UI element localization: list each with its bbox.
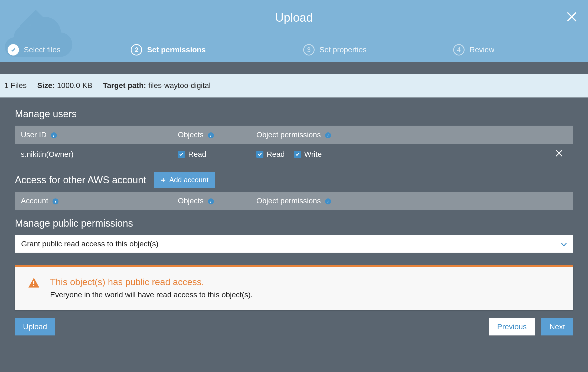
- info-icon[interactable]: i: [325, 132, 331, 138]
- col-object-permissions: Object permissions: [256, 197, 321, 205]
- public-permissions-title: Manage public permissions: [15, 218, 573, 229]
- size-label: Size:: [37, 81, 55, 90]
- svg-rect-6: [33, 285, 34, 286]
- checkbox-label: Write: [304, 150, 322, 159]
- step-done-icon: [8, 44, 19, 56]
- col-object-permissions: Object permissions: [256, 130, 321, 139]
- chevron-down-icon: [561, 240, 567, 248]
- check-icon: [10, 46, 17, 53]
- permission-write-checkbox[interactable]: Write: [294, 150, 322, 159]
- close-icon: [555, 149, 563, 157]
- warning-icon: [28, 278, 39, 289]
- permission-read-checkbox[interactable]: Read: [256, 150, 285, 159]
- step-label: Set properties: [319, 45, 367, 54]
- step-label: Set permissions: [147, 45, 205, 54]
- manage-users-title: Manage users: [15, 108, 573, 120]
- check-icon: [257, 152, 262, 157]
- info-icon[interactable]: i: [325, 198, 331, 204]
- divider: [0, 62, 588, 74]
- close-icon: [566, 11, 577, 22]
- step-set-permissions[interactable]: 2 Set permissions: [131, 44, 205, 56]
- warning-title: This object(s) has public read access.: [50, 277, 253, 287]
- info-icon[interactable]: i: [208, 198, 214, 204]
- permissions-content: Manage users User ID i Objects i Object …: [0, 97, 588, 310]
- user-row: s.nikitin(Owner) Read Read: [15, 144, 573, 164]
- previous-button[interactable]: Previous: [489, 318, 535, 335]
- dialog-footer: Upload Previous Next: [0, 310, 588, 344]
- warning-body: Everyone in the world will have read acc…: [50, 291, 253, 299]
- other-accounts-table-header: Account i Objects i Object permissions i: [15, 192, 573, 210]
- target-path-value: files-waytoo-digital: [148, 81, 211, 90]
- col-objects: Objects: [178, 130, 204, 139]
- manage-users-table-header: User ID i Objects i Object permissions i: [15, 126, 573, 144]
- col-objects: Objects: [178, 197, 204, 205]
- upload-summary-bar: 1 Files Size: 1000.0 KB Target path: fil…: [0, 74, 588, 97]
- close-button[interactable]: [566, 11, 577, 23]
- info-icon[interactable]: i: [53, 198, 58, 204]
- info-icon[interactable]: i: [208, 132, 214, 138]
- col-user-id: User ID: [21, 130, 47, 139]
- user-id-cell: s.nikitin(Owner): [21, 150, 178, 159]
- add-account-button[interactable]: + Add account: [154, 172, 215, 188]
- step-number: 2: [131, 44, 142, 56]
- files-count: 1 Files: [4, 81, 27, 90]
- step-label: Review: [469, 45, 494, 54]
- public-access-warning: This object(s) has public read access. E…: [15, 265, 573, 310]
- step-review[interactable]: 4 Review: [453, 44, 494, 56]
- wizard-steps: Select files 2 Set permissions 3 Set pro…: [0, 44, 588, 56]
- select-value: Grant public read access to this object(…: [21, 240, 158, 248]
- step-label: Select files: [24, 45, 60, 54]
- dialog-header: Upload Select files 2 Set permissions 3 …: [0, 0, 588, 62]
- step-select-files[interactable]: Select files: [8, 44, 60, 56]
- public-permissions-select[interactable]: Grant public read access to this object(…: [15, 235, 573, 253]
- add-account-label: Add account: [169, 176, 208, 184]
- step-number: 4: [453, 44, 465, 56]
- plus-icon: +: [161, 176, 166, 184]
- col-account: Account: [21, 197, 48, 205]
- step-set-properties[interactable]: 3 Set properties: [303, 44, 367, 56]
- size-value: 1000.0 KB: [57, 81, 93, 90]
- other-accounts-title: Access for other AWS account: [15, 174, 146, 186]
- target-path-label: Target path:: [103, 81, 146, 90]
- checkbox-label: Read: [188, 150, 206, 159]
- step-number: 3: [303, 44, 315, 56]
- next-button[interactable]: Next: [541, 318, 573, 335]
- check-icon: [179, 152, 184, 157]
- checkbox-label: Read: [267, 150, 285, 159]
- upload-button[interactable]: Upload: [15, 318, 55, 335]
- remove-user-button[interactable]: [555, 149, 563, 159]
- svg-rect-5: [33, 281, 34, 284]
- check-icon: [295, 152, 300, 157]
- info-icon[interactable]: i: [51, 132, 57, 138]
- objects-read-checkbox[interactable]: Read: [178, 150, 206, 159]
- dialog-title: Upload: [0, 0, 588, 24]
